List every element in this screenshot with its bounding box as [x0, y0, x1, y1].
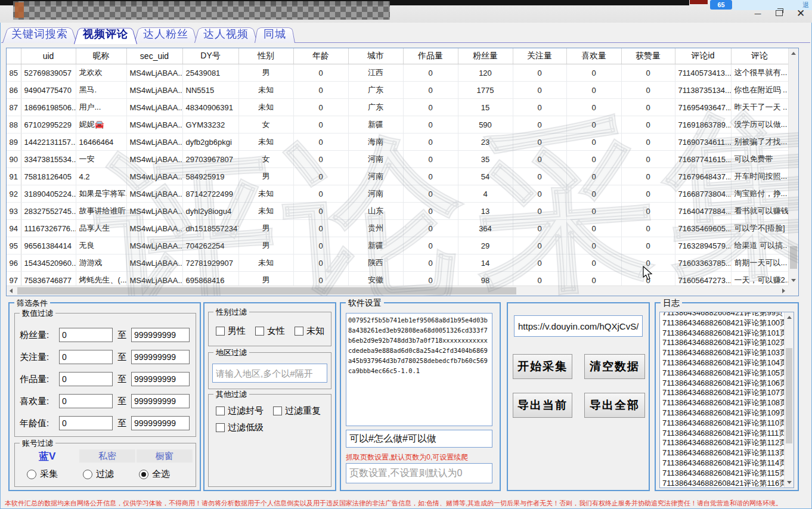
- account-radio-option[interactable]: 过滤: [83, 468, 139, 480]
- numeric-min-input[interactable]: [59, 394, 113, 408]
- log-scrollbar[interactable]: [784, 312, 794, 488]
- minimize-button[interactable]: ─: [749, 7, 767, 19]
- log-scroll-thumb[interactable]: [786, 348, 792, 443]
- table-row[interactable]: 89 14422131157... 16466464 MS4wLjABAA...…: [7, 134, 788, 151]
- table-row[interactable]: 93 28327552745... 故事讲给谁听 MS4wLjABAA... d…: [7, 203, 788, 220]
- cell-fans-count: 4: [458, 185, 513, 203]
- column-header[interactable]: [7, 48, 21, 64]
- table-horizontal-scrollbar[interactable]: [7, 285, 788, 296]
- cell-fans-count: 23: [458, 134, 513, 151]
- other-checkbox-option[interactable]: 过滤低级: [216, 422, 264, 433]
- column-header[interactable]: DY号: [182, 48, 238, 64]
- column-header[interactable]: 昵称: [76, 48, 126, 64]
- table-row[interactable]: 90 33473815534... 一安 MS4wLjABAA... 29703…: [7, 151, 788, 168]
- column-header[interactable]: 评论: [731, 48, 788, 64]
- tab[interactable]: 同城: [255, 25, 295, 43]
- blue-v-tag[interactable]: 蓝V: [39, 449, 55, 463]
- cell-follow-count: 0: [513, 203, 566, 220]
- table-row[interactable]: 85 52769839057 龙欢欢 MS4wLjABAA... 2543908…: [7, 64, 788, 82]
- cell-follow-count: 0: [513, 151, 566, 168]
- table-row[interactable]: 87 18696198506... 用户... MS4wLjABAA... 48…: [7, 99, 788, 116]
- cell-comment: 别被骗了才找...: [731, 134, 788, 151]
- tab[interactable]: 达人视频: [194, 25, 258, 43]
- table-row[interactable]: 86 94904775470 黑马. MS4wLjABAA... NN5515 …: [7, 82, 788, 99]
- gender-checkbox-option[interactable]: 女性: [255, 325, 285, 337]
- tab[interactable]: 达人粉丝: [134, 25, 197, 43]
- numeric-max-input[interactable]: [131, 416, 190, 430]
- column-header[interactable]: 粉丝量: [458, 48, 513, 64]
- cell-row-number: 94: [7, 220, 21, 237]
- scroll-left-icon[interactable]: [10, 288, 13, 293]
- cell-works-count: 0: [403, 151, 458, 168]
- column-header[interactable]: 获赞量: [621, 48, 675, 64]
- column-header[interactable]: 城市: [348, 48, 403, 64]
- numeric-min-input[interactable]: [59, 416, 113, 430]
- video-url-input[interactable]: [514, 315, 643, 337]
- tab[interactable]: 视频评论: [74, 25, 137, 43]
- column-header[interactable]: 喜欢量: [566, 48, 621, 64]
- license-token-textarea[interactable]: [346, 313, 492, 426]
- numeric-filter-row: 关注量: 至: [20, 350, 190, 364]
- cell-comment: 看书就可以赚钱: [731, 203, 788, 220]
- numeric-max-input[interactable]: [131, 328, 190, 342]
- table-row[interactable]: 96 15434520960... 游游戏 MS4wLjABAA... 7278…: [7, 254, 788, 272]
- vertical-scroll-thumb[interactable]: [790, 246, 797, 269]
- column-header[interactable]: 关注量: [513, 48, 566, 64]
- cell-fans-count: 35: [458, 151, 513, 168]
- cell-nickname: 无良: [76, 237, 126, 254]
- numeric-min-input[interactable]: [59, 372, 113, 386]
- gender-checkbox-option[interactable]: 未知: [295, 325, 324, 337]
- numeric-min-input[interactable]: [59, 350, 113, 364]
- cell-comment: 可以免费带: [731, 151, 788, 168]
- numeric-max-input[interactable]: [131, 372, 190, 386]
- table-row[interactable]: 91 75818126405 4.2 MS4wLjABAA... 5849259…: [7, 168, 788, 185]
- other-checkbox-option[interactable]: 过滤重复: [273, 405, 321, 417]
- numeric-min-input[interactable]: [59, 328, 113, 342]
- log-entry: 7113864346882608421评论第108页: [662, 398, 794, 408]
- table-row[interactable]: 92 31890405224... 如果是宇将军... MS4wLjABAA..…: [7, 185, 788, 203]
- numeric-max-input[interactable]: [131, 394, 190, 408]
- column-header[interactable]: 评论id: [675, 48, 731, 64]
- region-input[interactable]: [212, 364, 327, 383]
- scroll-down-icon[interactable]: [791, 279, 796, 282]
- numeric-filter-field-label: 喜欢量:: [20, 396, 59, 407]
- column-header[interactable]: sec_uid: [126, 48, 182, 64]
- maximize-button[interactable]: [770, 7, 788, 19]
- close-button[interactable]: ✕: [792, 7, 810, 19]
- start-collect-button[interactable]: 开始采集: [513, 354, 572, 379]
- export-all-button[interactable]: 导出全部: [584, 393, 645, 418]
- scroll-right-icon[interactable]: [782, 288, 785, 293]
- column-header[interactable]: 作品量: [403, 48, 458, 64]
- table-row[interactable]: 88 67102995229 妮妮🚘 MS4wLjABAA... GYM3323…: [7, 116, 788, 134]
- page-count-input[interactable]: [346, 463, 492, 483]
- numeric-max-input[interactable]: [131, 350, 190, 364]
- table-header-row: uid昵称sec_uidDY号性别年龄城市作品量粉丝量关注量喜欢量获赞量评论id…: [7, 48, 788, 64]
- column-header[interactable]: 年龄: [293, 48, 348, 64]
- export-current-button[interactable]: 导出当前: [513, 393, 572, 418]
- scroll-down-icon[interactable]: [787, 481, 792, 484]
- table-row[interactable]: 94 11167326776... 品享人生 MS4wLjABAA... dh1…: [7, 220, 788, 237]
- log-list[interactable]: 7113864346882608421评论第99页711386434688260…: [659, 312, 794, 488]
- other-checkbox-option[interactable]: 过滤封号: [216, 405, 264, 417]
- keyword-input[interactable]: [346, 430, 492, 448]
- account-filter-cell[interactable]: 橱窗: [137, 449, 193, 463]
- table-row[interactable]: 95 96561384414 无良 MS4wLjABAA... 70426225…: [7, 237, 788, 254]
- table-vertical-scrollbar[interactable]: [788, 48, 798, 285]
- cell-fans-count: 13: [458, 203, 513, 220]
- gender-checkbox-option[interactable]: 男性: [216, 325, 246, 337]
- account-filter-cell[interactable]: 私密: [79, 449, 135, 463]
- horizontal-scroll-thumb[interactable]: [17, 287, 516, 294]
- column-header[interactable]: 性别: [238, 48, 293, 64]
- settings-panel: 软件设置 抓取页数设置,默认页数为0,可设置续爬: [340, 302, 501, 491]
- tab[interactable]: 关键词搜索: [2, 25, 77, 43]
- cell-praise-count: 0: [621, 151, 675, 168]
- cell-fans-count: 54: [458, 168, 513, 185]
- account-radio-option[interactable]: 采集: [27, 468, 83, 480]
- column-header[interactable]: uid: [21, 48, 76, 64]
- scroll-up-icon[interactable]: [791, 52, 796, 55]
- clear-data-button[interactable]: 清空数据: [584, 354, 645, 379]
- account-radio-option[interactable]: 全选: [139, 468, 195, 480]
- cell-dy-id: 48340906391: [182, 99, 238, 116]
- region-filter-group: 地区过滤: [208, 352, 331, 389]
- scroll-up-icon[interactable]: [787, 316, 792, 319]
